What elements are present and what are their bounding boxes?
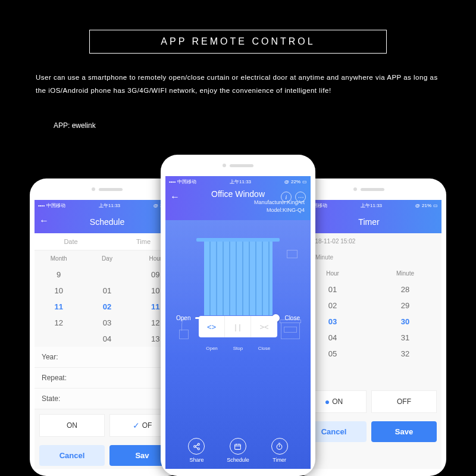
screen-device: ••••中国移动 上午11:33 @22%▭ ← Office Window i…	[165, 176, 311, 469]
carrier: 中国移动	[46, 202, 65, 209]
picker-row[interactable]: 909	[35, 267, 180, 283]
picker-row-selected[interactable]: 110211	[35, 299, 180, 315]
tab-date[interactable]: Date	[35, 233, 107, 250]
cancel-button[interactable]: Cancel	[39, 445, 105, 466]
banner-description: User can use a smartphone to remotely op…	[36, 71, 440, 98]
svg-point-2	[198, 447, 199, 449]
calendar-icon	[230, 438, 246, 455]
carrier: 中国移动	[177, 178, 196, 185]
picker-row[interactable]: 0532	[296, 346, 441, 362]
state-on-button[interactable]: ON	[39, 414, 105, 437]
close-btn-label: Close	[251, 346, 277, 351]
picker-row[interactable]: 0229	[296, 298, 441, 314]
curtain-icon	[199, 238, 277, 315]
app-header: ← Schedule	[35, 211, 180, 233]
nav-share[interactable]: Share	[188, 438, 205, 463]
back-arrow-icon[interactable]: ←	[39, 215, 49, 226]
state-row: State:	[35, 389, 180, 409]
col-day: Day	[83, 250, 131, 267]
timer-icon	[271, 438, 288, 455]
open-button[interactable]: <>	[199, 316, 225, 337]
state-toggle: ●ON OFF	[296, 386, 441, 418]
repeat-row[interactable]: Repeat:Onl	[35, 368, 180, 389]
nav-schedule[interactable]: Schedule	[227, 438, 249, 463]
phone-mockups: ••••中国移动 上午11:33 @21%▭ ← Schedule Date T…	[0, 155, 476, 476]
phone-device: ••••中国移动 上午11:33 @22%▭ ← Office Window i…	[161, 155, 315, 476]
status-bar: ••••中国移动 上午11:33 @21%▭	[35, 200, 180, 211]
device-model: Model:KING-Q4	[165, 206, 311, 214]
state-toggle: ON ✓OF	[35, 409, 180, 441]
page-title: Schedule	[35, 217, 180, 227]
save-button[interactable]: Save	[371, 421, 437, 442]
frame-icon	[287, 250, 298, 258]
screen-timer: ••••中国移动 上午11:33 @21%▭ ← Timer n:2018-11…	[296, 200, 441, 469]
svg-rect-5	[235, 444, 241, 449]
status-time: 上午11:33	[230, 178, 251, 185]
footer-buttons: Cancel Sav	[35, 441, 180, 469]
battery-percent: 22%	[291, 179, 300, 184]
svg-point-0	[198, 443, 199, 445]
battery-icon: ▭	[302, 179, 307, 184]
status-bar: ••••中国移动 上午11:33 @21%▭	[296, 200, 441, 211]
app-header: ← Timer	[296, 211, 441, 233]
timer-created: n:2018-11-02 15:02	[296, 233, 441, 249]
svg-line-3	[196, 444, 198, 446]
control-buttons: <> | | ><	[199, 316, 277, 337]
signal-icon: ••••	[169, 179, 176, 184]
app-header: ← Office Window i ⋯ Manufacturer:KingArt…	[165, 187, 311, 220]
status-bar: ••••中国移动 上午11:33 @22%▭	[165, 176, 311, 187]
col-minute: Minute	[369, 265, 441, 281]
close-button[interactable]: ><	[251, 316, 277, 337]
screen-schedule: ••••中国移动 上午11:33 @21%▭ ← Schedule Date T…	[35, 200, 180, 469]
status-time: 上午11:33	[361, 202, 382, 209]
phone-bezel-top	[161, 155, 315, 176]
picker-row-selected[interactable]: 0330	[296, 314, 441, 330]
share-icon	[188, 438, 205, 455]
banner-title: APP REMOTE CONTROL	[89, 30, 387, 54]
picker-header: Month Day Hour	[35, 250, 180, 267]
picker-row[interactable]: 120312	[35, 315, 180, 331]
svg-line-4	[196, 447, 198, 448]
bottom-nav: Share Schedule Timer	[165, 438, 311, 463]
stop-btn-label: Stop	[225, 346, 251, 351]
open-label: Open	[176, 315, 190, 321]
nav-timer[interactable]: Timer	[271, 438, 288, 463]
schedule-tabs: Date Time	[35, 233, 180, 250]
battery-percent: 21%	[422, 203, 431, 208]
state-off-button[interactable]: OFF	[371, 390, 437, 413]
year-row[interactable]: Year:Th	[35, 347, 180, 368]
timer-duration: ur30Minute	[296, 249, 441, 265]
battery-icon: ▭	[433, 203, 438, 208]
stop-button[interactable]: | |	[225, 316, 251, 337]
status-time: 上午11:33	[99, 202, 120, 209]
picker-row[interactable]: 0128	[296, 281, 441, 298]
page-title: Timer	[296, 217, 441, 227]
picker-header: Hour Minute	[296, 265, 441, 281]
curtain-visual: Open Close <> | | >< Open Stop Close	[165, 220, 311, 357]
check-icon: ✓	[133, 421, 140, 430]
check-icon: ●	[325, 397, 330, 406]
col-month: Month	[35, 250, 83, 267]
device-manufacturer: Manufacturer:KingArt	[165, 199, 311, 206]
open-btn-label: Open	[199, 346, 225, 351]
picker-row[interactable]: 0413	[35, 331, 180, 347]
svg-point-1	[194, 445, 196, 447]
app-label: APP: ewelink	[54, 121, 476, 130]
signal-icon: ••••	[38, 203, 45, 208]
close-label: Close	[284, 315, 300, 321]
footer-buttons: Cancel Save	[296, 418, 441, 446]
picker-row[interactable]: 0431	[296, 330, 441, 346]
picker-row[interactable]: 100110	[35, 283, 180, 299]
device-footer: Share Schedule Timer	[165, 357, 311, 469]
